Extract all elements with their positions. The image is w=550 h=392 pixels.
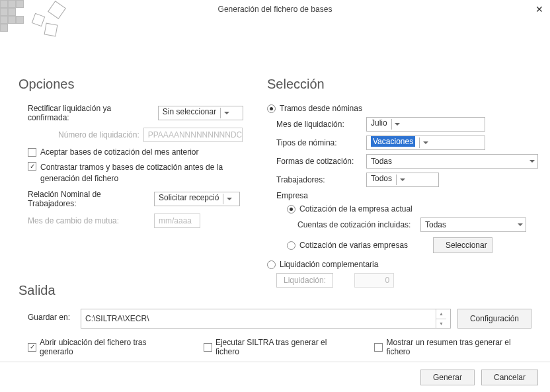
cancelar-button[interactable]: Cancelar: [481, 370, 538, 385]
tipos-select[interactable]: Vacaciones: [366, 136, 485, 150]
liq-comp-radio[interactable]: [267, 260, 276, 269]
trab-select[interactable]: Todos: [366, 173, 439, 187]
liq-comp-label: Liquidación complementaria: [280, 260, 378, 269]
tramos-radio[interactable]: [267, 104, 276, 113]
abrir-label: Abrir ubicación del fichero tras generar…: [40, 338, 177, 356]
rnt-label: Relación Nominal de Trabajadores:: [28, 190, 150, 208]
chevron-down-icon: [530, 160, 535, 163]
generar-button[interactable]: Generar: [420, 370, 475, 385]
tipos-label: Tipos de nómina:: [276, 138, 362, 147]
contrastar-label: Contrastar tramos y bases de cotización …: [40, 162, 232, 184]
rnt-select[interactable]: Solicitar recepció: [154, 192, 240, 206]
chevron-down-icon[interactable]: [391, 119, 403, 130]
opciones-heading: Opciones: [19, 77, 243, 92]
trab-label: Trabajadores:: [276, 175, 362, 184]
mes-label: Mes de liquidación:: [276, 120, 362, 129]
chevron-down-icon[interactable]: [396, 175, 408, 185]
aceptar-bases-checkbox[interactable]: [28, 148, 36, 157]
num-liq-label: Número de liquidación:: [58, 130, 139, 139]
ejecutar-checkbox[interactable]: [204, 343, 212, 352]
cuentas-label: Cuentas de cotización incluidas:: [297, 220, 416, 229]
formas-label: Formas de cotización:: [276, 157, 362, 166]
title-bar: Generación del fichero de bases ✕: [0, 0, 550, 19]
chevron-up-icon[interactable]: ▲: [436, 309, 446, 319]
salida-heading: Salida: [19, 283, 531, 298]
mutua-input: mm/aaaa: [154, 214, 200, 228]
chevron-down-icon[interactable]: [223, 194, 235, 204]
cot-varias-radio[interactable]: [287, 241, 295, 250]
abrir-checkbox[interactable]: [28, 343, 36, 352]
chevron-down-icon[interactable]: [220, 108, 232, 118]
chevron-down-icon: [518, 223, 523, 226]
aceptar-bases-label: Aceptar bases de cotización del mes ante…: [40, 147, 198, 157]
guardar-label: Guardar en:: [28, 309, 74, 329]
dialog-footer: Generar Cancelar: [0, 362, 550, 392]
cot-actual-radio[interactable]: [287, 205, 295, 214]
seleccion-panel: Selección Tramos desde nóminas Mes de li…: [267, 77, 538, 292]
seleccion-heading: Selección: [267, 77, 538, 92]
seleccionar-button[interactable]: Seleccionar: [433, 237, 492, 253]
cuentas-select[interactable]: Todas: [420, 217, 526, 232]
contrastar-checkbox[interactable]: [28, 162, 36, 171]
mutua-label: Mes de cambio de mutua:: [28, 216, 150, 225]
configuracion-button[interactable]: Configuración: [457, 309, 531, 329]
guardar-path-input[interactable]: C:\SILTRA\XECR\ ▲ ▼: [81, 309, 451, 329]
salida-panel: Salida Guardar en: C:\SILTRA\XECR\ ▲ ▼ C…: [19, 283, 531, 356]
num-liq-input: PPAAAANNNNNNNNNDC: [143, 128, 243, 142]
opciones-panel: Opciones Rectificar liquidación ya confi…: [19, 77, 243, 292]
chevron-down-icon[interactable]: ▼: [436, 319, 446, 329]
chevron-down-icon[interactable]: [419, 137, 431, 148]
tramos-label: Tramos desde nóminas: [280, 104, 362, 113]
mostrar-label: Mostrar un resumen tras generar el fiche…: [386, 338, 531, 356]
mostrar-checkbox[interactable]: [374, 343, 383, 352]
rectificar-label: Rectificar liquidación ya confirmada:: [28, 104, 154, 122]
close-icon[interactable]: ✕: [535, 4, 543, 15]
rectificar-select[interactable]: Sin seleccionar: [158, 106, 243, 120]
cot-actual-label: Cotización de la empresa actual: [299, 204, 412, 214]
ejecutar-label: Ejecutar SILTRA tras generar el fichero: [216, 338, 348, 356]
window-title: Generación del fichero de bases: [218, 5, 333, 14]
mes-select[interactable]: Julio: [366, 117, 485, 132]
path-spinner[interactable]: ▲ ▼: [436, 309, 446, 328]
cot-varias-label: Cotización de varias empresas: [299, 241, 429, 250]
formas-select[interactable]: Todas: [366, 154, 538, 169]
empresa-label: Empresa: [276, 191, 308, 200]
